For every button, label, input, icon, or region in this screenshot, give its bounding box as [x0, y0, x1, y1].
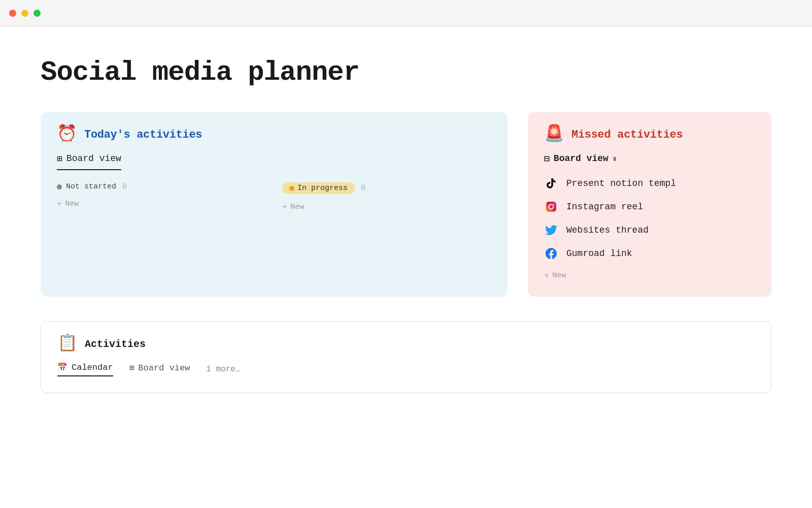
list-item[interactable]: Websites thread	[544, 223, 755, 237]
activities-icon: 📋	[57, 336, 78, 352]
not-started-label: Not started 0	[57, 182, 266, 191]
minimize-button[interactable]	[21, 10, 28, 17]
calendar-icon: 📅	[57, 362, 67, 372]
today-board-view-tab[interactable]: ⊞ Board view	[57, 153, 121, 165]
instagram-item-label: Instagram reel	[566, 202, 643, 212]
maximize-button[interactable]	[33, 10, 41, 17]
twitter-item-label: Websites thread	[566, 225, 649, 235]
facebook-item-label: Gumroad link	[566, 248, 632, 259]
page-title: Social media planner	[41, 57, 771, 88]
missed-board-view-label: Board view	[554, 153, 608, 164]
today-activities-card: ⏰ Today's activities ⊞ Board view Not st…	[41, 112, 507, 297]
svg-rect-0	[546, 202, 556, 212]
instagram-icon	[544, 200, 558, 214]
not-started-dot	[57, 184, 62, 189]
close-button[interactable]	[9, 10, 16, 17]
missed-activities-card: 🚨 Missed activities ⊟ Board view ∨ Prese…	[528, 112, 771, 297]
activities-section: 📋 Activities 📅 Calendar ⊞ Board view 1 m…	[41, 321, 771, 393]
board-view-tab-label: Board view	[138, 363, 190, 373]
missed-board-view-tab[interactable]: ⊟ Board view ∨	[544, 153, 755, 164]
not-started-column: Not started 0 + New	[57, 182, 266, 212]
board-view-tab[interactable]: ⊞ Board view	[129, 363, 190, 376]
not-started-new-button[interactable]: + New	[57, 199, 266, 209]
more-tabs[interactable]: 1 more…	[206, 365, 240, 374]
kanban-row: Not started 0 + New In progress	[57, 182, 491, 212]
twitter-icon	[544, 223, 558, 237]
calendar-tab[interactable]: 📅 Calendar	[57, 362, 113, 376]
plus-icon-2: +	[282, 202, 287, 212]
today-board-view-label: Board view	[66, 153, 121, 164]
list-item[interactable]: Instagram reel	[544, 200, 755, 214]
facebook-icon	[544, 246, 558, 261]
today-card-header: ⏰ Today's activities	[57, 126, 491, 143]
today-icon: ⏰	[57, 126, 77, 143]
in-progress-dot	[289, 186, 294, 191]
missed-board-icon: ⊟	[544, 153, 550, 164]
main-content: Social media planner ⏰ Today's activitie…	[0, 26, 812, 414]
not-started-count: 0	[122, 182, 127, 191]
list-item[interactable]: Present notion templ	[544, 176, 755, 190]
not-started-text: Not started	[66, 182, 116, 191]
in-progress-new-button[interactable]: + New	[282, 202, 491, 212]
tiktok-icon	[544, 176, 558, 190]
svg-point-2	[553, 203, 554, 204]
activities-section-header: 📋 Activities	[57, 336, 755, 352]
in-progress-badge: In progress	[282, 182, 355, 194]
missed-card-title: Missed activities	[571, 129, 683, 141]
missed-icon: 🚨	[544, 126, 564, 143]
board-view-tab-icon: ⊞	[129, 363, 134, 373]
in-progress-column: In progress 0 + New	[282, 182, 491, 212]
plus-icon-3: +	[544, 271, 549, 280]
in-progress-new-label: New	[290, 203, 304, 211]
activity-list: Present notion templ	[544, 176, 755, 261]
in-progress-text: In progress	[297, 184, 348, 193]
board-view-icon: ⊞	[57, 153, 62, 164]
plus-icon-1: +	[57, 199, 62, 209]
missed-card-header: 🚨 Missed activities	[544, 126, 755, 143]
cards-row: ⏰ Today's activities ⊞ Board view Not st…	[41, 112, 771, 297]
activities-section-title: Activities	[85, 338, 146, 350]
calendar-tab-label: Calendar	[72, 363, 113, 372]
missed-new-button[interactable]: + New	[544, 271, 755, 280]
titlebar	[0, 0, 812, 26]
today-view-tab-row[interactable]: ⊞ Board view	[57, 153, 121, 170]
not-started-new-label: New	[65, 200, 79, 208]
today-card-title: Today's activities	[84, 129, 202, 141]
in-progress-count: 0	[361, 184, 365, 193]
missed-new-label: New	[552, 271, 566, 280]
chevron-down-icon: ∨	[613, 154, 617, 163]
tiktok-item-label: Present notion templ	[566, 178, 676, 188]
activities-tabs: 📅 Calendar ⊞ Board view 1 more…	[57, 362, 755, 376]
in-progress-label: In progress 0	[282, 182, 491, 194]
list-item[interactable]: Gumroad link	[544, 246, 755, 261]
